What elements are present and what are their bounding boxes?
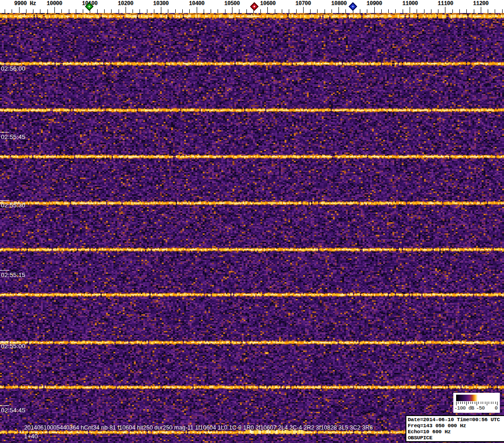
- freq-tick: [452, 9, 453, 13]
- freq-tick: [267, 7, 268, 13]
- freq-tick: [218, 9, 218, 13]
- freq-label: 11100: [438, 0, 453, 7]
- marker-center-dot: [253, 6, 255, 7]
- freq-tick: [239, 9, 239, 13]
- colorbar-tick: [462, 402, 463, 404]
- colorbar-tick: [472, 402, 473, 404]
- freq-label: 9900 Hz: [14, 0, 36, 7]
- freq-tick: [197, 7, 197, 13]
- info-line: Freq=143 050 000 Hz: [408, 423, 503, 429]
- freq-label: 10600: [260, 0, 276, 7]
- colorbar-legend: -100 dB -50 0: [453, 393, 500, 413]
- freq-tick: [325, 9, 325, 13]
- freq-tick: [403, 9, 403, 13]
- detection-annotation: 20140610005440364 hCnt34 nb-81 f10604 hi…: [24, 424, 373, 431]
- info-line: OBSUPICE: [408, 435, 503, 441]
- time-tick: [0, 270, 9, 271]
- time-label: 02:56:00: [1, 65, 26, 72]
- colorbar-tick: [460, 402, 461, 404]
- freq-tick: [246, 9, 247, 13]
- freq-label: 10000: [46, 0, 62, 7]
- freq-tick: [417, 9, 417, 13]
- freq-tick: [410, 7, 410, 13]
- freq-tick: [33, 9, 33, 13]
- freq-label: 10900: [366, 0, 382, 7]
- freq-label: 11200: [473, 0, 489, 7]
- freq-tick: [260, 9, 261, 13]
- freq-tick: [139, 9, 140, 13]
- freq-tick: [310, 9, 311, 13]
- freq-tick: [466, 9, 467, 13]
- time-tick: [0, 64, 9, 64]
- colorbar-tick: [489, 402, 489, 404]
- colorbar-tick: [458, 402, 458, 404]
- freq-tick: [445, 7, 445, 13]
- colorbar-tick: [481, 402, 481, 404]
- freq-tick: [47, 9, 48, 13]
- freq-tick: [360, 9, 360, 13]
- freq-tick: [12, 9, 12, 13]
- freq-tick: [303, 7, 304, 13]
- freq-tick: [54, 7, 55, 13]
- colorbar-tick: [456, 402, 457, 405]
- time-label: 02:55:30: [1, 202, 26, 209]
- freq-tick: [225, 9, 225, 13]
- freq-tick: [97, 9, 98, 13]
- freq-label: 10200: [118, 0, 133, 7]
- freq-tick: [374, 7, 375, 13]
- time-tick: [0, 341, 9, 342]
- colorbar-tick: [464, 402, 465, 404]
- freq-tick: [395, 9, 396, 13]
- time-label: 02:54:45: [1, 407, 26, 414]
- freq-tick: [175, 9, 176, 13]
- freq-tick: [104, 9, 105, 13]
- freq-label: 10500: [224, 0, 240, 7]
- colorbar-label-mid: -50: [476, 405, 484, 411]
- freq-tick: [459, 9, 460, 13]
- colorbar-tick: [495, 402, 496, 404]
- marker-center-dot: [88, 6, 90, 7]
- freq-label: 10400: [189, 0, 205, 7]
- freq-tick: [147, 9, 147, 13]
- freq-tick: [168, 9, 168, 13]
- time-tick: [0, 200, 9, 201]
- freq-tick: [182, 9, 183, 13]
- freq-label: 10800: [331, 0, 347, 7]
- freq-tick: [204, 9, 204, 13]
- freq-tick: [424, 9, 424, 13]
- info-line: Echo=10 600 Hz: [408, 429, 503, 435]
- freq-label: 11000: [402, 0, 418, 7]
- freq-label: 10300: [153, 0, 169, 7]
- info-line: Date=2014-06-10 Time=00:56 UTC: [408, 417, 503, 423]
- time-tick: [0, 405, 9, 406]
- colorbar-label-max: 0: [495, 405, 497, 411]
- freq-tick: [69, 9, 69, 13]
- colorbar-tick: [487, 402, 487, 405]
- freq-tick: [381, 9, 382, 13]
- spectrogram-screen: 9900 Hz100001010010200103001040010500106…: [0, 0, 504, 443]
- freq-tick: [119, 9, 119, 13]
- spectrogram-waterfall: [0, 13, 504, 443]
- colorbar-tick: [471, 402, 471, 404]
- freq-tick: [367, 9, 367, 13]
- colorbar-label-min: -100 dB: [454, 405, 474, 411]
- freq-tick: [388, 9, 389, 13]
- marker-diamond-red-icon: [250, 2, 259, 11]
- colorbar-tick: [485, 402, 485, 404]
- freq-tick: [126, 7, 126, 13]
- freq-tick: [111, 9, 112, 13]
- freq-tick: [61, 9, 62, 13]
- freq-tick: [275, 9, 275, 13]
- freq-tick: [474, 9, 474, 13]
- freq-tick: [76, 9, 76, 13]
- freq-tick: [332, 9, 332, 13]
- freq-tick: [161, 7, 161, 13]
- colorbar-tick: [477, 402, 477, 405]
- colorbar-tick: [478, 402, 479, 404]
- marker-diamond-blue-icon: [349, 2, 357, 11]
- freq-tick: [5, 9, 5, 13]
- colorbar-tick: [475, 402, 475, 404]
- freq-tick: [438, 9, 438, 13]
- freq-tick: [488, 9, 488, 13]
- freq-tick: [232, 7, 232, 13]
